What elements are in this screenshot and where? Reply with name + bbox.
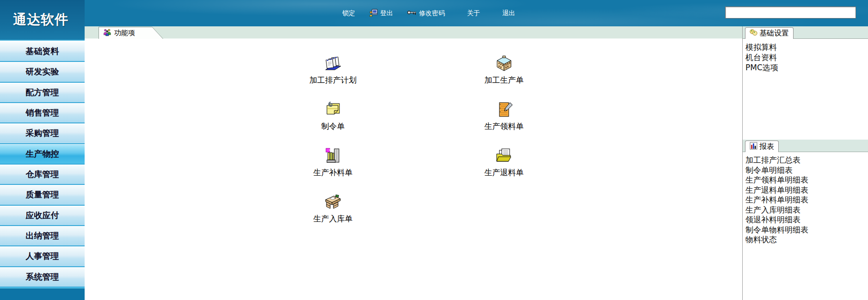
sidebar-item-system-mgmt[interactable]: 系统管理 [0, 267, 85, 288]
settings-balls-icon [750, 29, 757, 38]
settings-item-simulate-material[interactable]: 模拟算料 [745, 42, 868, 52]
cabinet-books-icon [324, 147, 342, 165]
tab-reports-label: 报表 [759, 142, 774, 152]
shortcut-label: 制令单 [321, 121, 345, 132]
change-password-label: 修改密码 [419, 9, 445, 18]
shortcut-grid: 加工排产计划 [247, 55, 590, 239]
desk-icon [324, 193, 342, 212]
folder-docs-icon [495, 147, 513, 165]
notepad-pencil-icon [495, 101, 513, 119]
report-item-schedule-summary[interactable]: 加工排产汇总表 [745, 155, 868, 165]
main-tab-strip: 功能项 [85, 26, 742, 39]
bar-chart-icon [750, 142, 757, 152]
sidebar-item-ar-ap[interactable]: 应收应付 [0, 206, 85, 226]
brand-logo: 通达软件 [13, 11, 68, 29]
main-content: 加工排产计划 [85, 39, 742, 300]
people-group-icon [103, 28, 111, 38]
notes-paperclip-icon [324, 101, 342, 119]
sidebar-item-quality-mgmt[interactable]: 质量管理 [0, 185, 85, 205]
logout-icon [369, 8, 378, 18]
shortcut-production-warehouse-in[interactable]: 生产入库单 [247, 193, 419, 239]
sidebar-item-label: 应收应付 [26, 210, 59, 221]
settings-tab-strip: 基础设置 [743, 26, 868, 39]
report-item-work-order-material-detail[interactable]: 制令单物料明细表 [745, 225, 868, 235]
sidebar-footer [0, 288, 85, 300]
report-item-req-return-supp-detail[interactable]: 领退补料明细表 [745, 215, 868, 225]
sidebar-item-label: 仓库管理 [26, 169, 59, 180]
report-item-warehouse-in-detail[interactable]: 生产入库明细表 [745, 205, 868, 215]
reports-tab-strip: 报表 [743, 140, 868, 152]
report-item-return-detail[interactable]: 生产退料单明细表 [745, 185, 868, 196]
about-menu-item[interactable]: 关于 [467, 9, 480, 18]
reports-list: 加工排产汇总表 制令单明细表 生产领料单明细表 生产退料单明细表 生产补料单明细… [743, 152, 868, 300]
tab-functions-label: 功能项 [114, 29, 135, 37]
sidebar-item-label: 配方管理 [26, 87, 59, 98]
sidebar-item-formula-mgmt[interactable]: 配方管理 [0, 83, 85, 103]
report-item-supplement-detail[interactable]: 生产补料单明细表 [745, 195, 868, 205]
key-icon [407, 9, 417, 17]
right-panel: 基础设置 模拟算料 机台资料 PMC选项 报表 [742, 26, 868, 300]
tab-functions[interactable]: 功能项 [98, 27, 163, 39]
sidebar-item-label: 人事管理 [26, 251, 59, 262]
shortcut-processing-production-order[interactable]: 加工生产单 [419, 55, 590, 101]
report-item-work-order-detail[interactable]: 制令单明细表 [745, 165, 868, 176]
report-item-material-status[interactable]: 物料状态 [745, 235, 868, 245]
sidebar-item-rd-experiment[interactable]: 研发实验 [0, 62, 85, 82]
tab-reports[interactable]: 报表 [745, 141, 779, 152]
settings-item-pmc-options[interactable]: PMC选项 [745, 62, 868, 73]
exit-label: 退出 [502, 9, 515, 18]
factory-icon [495, 55, 513, 73]
logo-area: 通达软件 [0, 0, 85, 41]
shortcut-label: 生产补料单 [314, 167, 353, 178]
header-bar: 锁定 登出 [85, 0, 868, 26]
sidebar-item-label: 质量管理 [26, 189, 59, 200]
sidebar-item-label: 出纳管理 [26, 230, 59, 241]
exit-menu-item[interactable]: 退出 [502, 9, 515, 18]
sidebar-item-label: 生产物控 [26, 148, 59, 159]
shortcut-label: 加工生产单 [485, 75, 524, 86]
change-password-menu-item[interactable]: 修改密码 [407, 9, 445, 18]
sidebar-item-warehouse-mgmt[interactable]: 仓库管理 [0, 165, 85, 185]
shortcut-processing-schedule-plan[interactable]: 加工排产计划 [247, 55, 419, 101]
logout-menu-item[interactable]: 登出 [369, 8, 393, 18]
lock-menu-item[interactable]: 锁定 [342, 9, 355, 18]
sidebar-item-production-control[interactable]: 生产物控 [0, 144, 85, 165]
shortcut-label: 生产领料单 [485, 121, 524, 132]
sidebar-item-purchase-mgmt[interactable]: 采购管理 [0, 123, 85, 144]
tab-basic-settings[interactable]: 基础设置 [745, 27, 794, 39]
sidebar-item-label: 销售管理 [26, 107, 59, 118]
settings-list: 模拟算料 机台资料 PMC选项 [743, 39, 868, 140]
logout-label: 登出 [380, 9, 393, 18]
card-stack-icon [324, 55, 342, 73]
settings-item-machine-data[interactable]: 机台资料 [745, 52, 868, 62]
tab-functions-inner[interactable]: 功能项 [99, 27, 163, 39]
shortcut-work-order[interactable]: 制令单 [247, 101, 419, 147]
top-nav: 锁定 登出 [342, 0, 515, 26]
shortcut-material-requisition[interactable]: 生产领料单 [419, 101, 590, 147]
about-label: 关于 [467, 9, 480, 18]
sidebar-item-hr-mgmt[interactable]: 人事管理 [0, 246, 85, 267]
sidebar-menu: 基础资料 研发实验 配方管理 销售管理 采购管理 生产物控 仓库管理 质量管理 … [0, 42, 85, 288]
shortcut-label: 加工排产计划 [309, 75, 357, 86]
shortcut-material-supplement[interactable]: 生产补料单 [247, 147, 419, 193]
app-window: 通达软件 锁定 登出 [0, 0, 868, 300]
sidebar-item-label: 研发实验 [26, 66, 59, 77]
sidebar-item-label: 系统管理 [26, 271, 59, 282]
sidebar-item-cashier-mgmt[interactable]: 出纳管理 [0, 226, 85, 246]
header-text-input[interactable] [725, 6, 856, 18]
sidebar-item-label: 基础资料 [26, 46, 59, 57]
shortcut-label: 生产入库单 [314, 214, 353, 224]
report-item-requisition-detail[interactable]: 生产领料单明细表 [745, 175, 868, 185]
shortcut-material-return[interactable]: 生产退料单 [419, 147, 590, 193]
shortcut-label: 生产退料单 [485, 167, 524, 178]
tab-basic-settings-label: 基础设置 [759, 29, 789, 38]
sidebar-item-sales-mgmt[interactable]: 销售管理 [0, 103, 85, 123]
lock-label: 锁定 [342, 9, 355, 18]
sidebar-item-label: 采购管理 [26, 128, 59, 139]
sidebar-item-basic-data[interactable]: 基础资料 [0, 42, 85, 62]
